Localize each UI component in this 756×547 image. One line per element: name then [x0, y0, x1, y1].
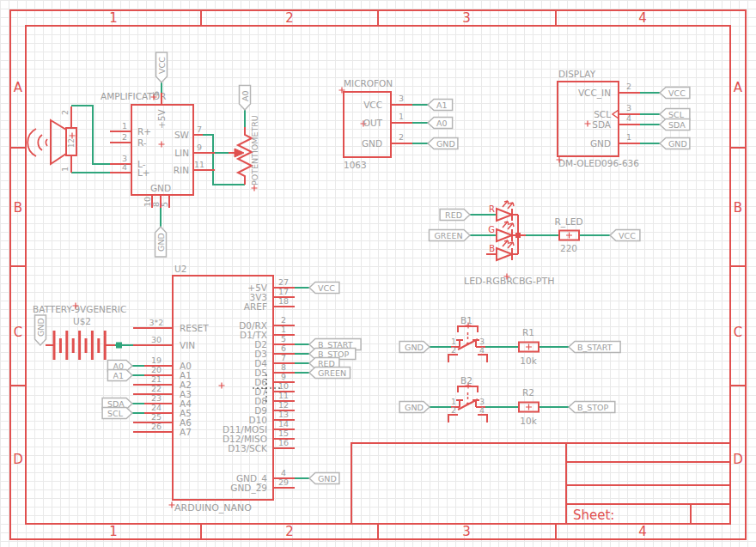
tag-label: GREEN: [318, 368, 346, 378]
net-tag-b_start[interactable]: B_START: [569, 342, 620, 353]
net-tag-vcc[interactable]: VCC: [156, 52, 168, 82]
net-tag-gnd[interactable]: GND: [35, 315, 46, 345]
tag-label: VCC: [157, 57, 167, 74]
tag-label: GND: [668, 139, 687, 149]
pin-name: VCC: [363, 100, 382, 110]
tag-label: B_STOP: [577, 403, 609, 412]
component-name: DISPLAY: [558, 69, 596, 79]
tag-label: A0: [241, 90, 250, 101]
led-arrow-icon: [508, 201, 509, 204]
net-tag-gnd[interactable]: GND: [399, 402, 430, 413]
net-tag-a0[interactable]: A0: [240, 85, 251, 110]
pin-name: LIN: [174, 148, 189, 158]
battery[interactable]: BATTERY-9VGENERICU$2GND: [33, 303, 126, 361]
frame-column-label: 3: [462, 10, 471, 26]
net-tag-scl[interactable]: SCL: [660, 109, 690, 120]
pin-name: GND_29: [230, 483, 267, 494]
net-tag-gnd[interactable]: GND: [309, 473, 339, 484]
arduino-nano[interactable]: U2ARDUINO_NANO27+5VVCC173V318AREF2D0/RX1…: [102, 264, 361, 514]
net-tag-green[interactable]: GREEN: [430, 230, 471, 241]
net-tag-scl[interactable]: SCL: [102, 408, 132, 419]
pin-number: 3*2: [149, 318, 164, 327]
speaker-horn: [51, 120, 66, 164]
sheet-field-label: Sheet:: [573, 507, 614, 523]
display[interactable]: DISPLAYDM-OLED096-6362VCC_INVCC3SCLSCL4S…: [557, 69, 690, 168]
origin-cross: [159, 142, 165, 148]
pin-name: A7: [180, 427, 192, 437]
net-tag-b_stop[interactable]: B_STOP: [569, 402, 615, 413]
tag-label: A0: [436, 119, 448, 128]
net-tag-gnd[interactable]: GND: [155, 227, 167, 257]
led-triangle: [497, 248, 512, 260]
frame-column-label: 4: [638, 524, 647, 539]
frame-column-label: 1: [109, 524, 118, 539]
pin-name: AREF: [244, 301, 267, 312]
pin-name: +5V: [156, 109, 167, 129]
rgb-led[interactable]: RREDGGREENBR_LED220VCCLED-RGBRCBG-PTH: [430, 201, 640, 287]
pin-number: 3: [399, 94, 404, 103]
sound-wave-icon: [46, 139, 47, 146]
pin-number: 4: [626, 113, 631, 123]
pin-name: GND: [590, 138, 611, 149]
pin-name: SCL: [594, 109, 611, 119]
clock-pin-icon: [613, 110, 619, 119]
tag-label: A1: [113, 371, 124, 380]
frame-column-label: 1: [109, 10, 118, 26]
net-tag-red[interactable]: RED: [440, 210, 470, 221]
pin-number: 12: [278, 400, 289, 410]
component-value: 220: [560, 243, 577, 253]
pin-number: 22: [151, 384, 162, 393]
led-arrow-icon: [508, 222, 509, 225]
led-arrow-icon: [513, 203, 514, 206]
net-tag-vcc[interactable]: VCC: [309, 283, 339, 294]
tag-label: VCC: [619, 231, 636, 240]
pin-number: 17: [278, 287, 289, 296]
frame-row-label: C: [14, 325, 22, 340]
pin-name: VIN: [180, 340, 195, 350]
net-tag-vcc[interactable]: VCC: [660, 88, 690, 99]
component-value: 10k: [520, 416, 537, 426]
origin-cross: [566, 233, 572, 239]
pin-number: 19: [151, 356, 162, 365]
pin-number: 6: [281, 343, 286, 353]
net-tag-gnd[interactable]: GND: [660, 138, 690, 149]
pin-name: SDA: [592, 119, 612, 130]
tag-label: GND: [156, 233, 166, 252]
pin-number: 7: [197, 125, 202, 134]
component-designator: R1: [522, 327, 534, 337]
net-tag-a1[interactable]: A1: [428, 100, 453, 111]
pin-number: 20: [151, 365, 162, 374]
pin-name: SW: [174, 130, 190, 140]
pin-number: 1: [60, 167, 70, 172]
speaker[interactable]: 2112: [27, 106, 76, 173]
pin-number: 18: [278, 296, 289, 306]
net-tag-gnd[interactable]: GND: [428, 138, 458, 149]
pin-number: 10: [278, 381, 289, 391]
component-value: DM-OLED096-636: [558, 158, 639, 168]
tag-label: A1: [436, 100, 448, 110]
pushbutton-b1[interactable]: GNDB11234: [399, 315, 487, 362]
component-name: R_LED: [554, 216, 582, 228]
led-triangle: [497, 209, 512, 221]
resistor-r1[interactable]: R110kB_START: [519, 327, 620, 366]
lever-pivot: [466, 402, 469, 404]
pin-number: 6: [151, 91, 161, 96]
net-tag-gnd[interactable]: GND: [399, 342, 430, 353]
net-tag-green[interactable]: GREEN: [309, 368, 351, 379]
microphone[interactable]: MICROFON10633VCCA11OUTA02GNDGND: [339, 78, 458, 170]
tag-label: GND: [318, 474, 337, 483]
amplifier[interactable]: AMPLIFICATOR1R+2R-3L-4L+7SW9LIN11RIN6+5V…: [101, 52, 215, 257]
net-tag-vcc[interactable]: VCC: [610, 230, 640, 241]
net-tag-a0[interactable]: A0: [428, 118, 453, 129]
component-value: LED-RGBRCBG-PTH: [464, 276, 554, 287]
pin-number: 30: [151, 335, 162, 344]
component-designator: U2: [174, 264, 186, 274]
pushbutton-b2[interactable]: GNDB21234: [399, 375, 487, 422]
pin-number: 26: [151, 422, 162, 431]
pin-name: GND: [150, 183, 171, 193]
frame-row-label: D: [733, 452, 743, 467]
potentiometer[interactable]: POTENTIOMETRUA0: [229, 85, 259, 191]
net-tag-sda[interactable]: SDA: [660, 119, 690, 131]
pin-name: GND: [362, 138, 382, 149]
net-tag-a1[interactable]: A1: [107, 370, 132, 381]
